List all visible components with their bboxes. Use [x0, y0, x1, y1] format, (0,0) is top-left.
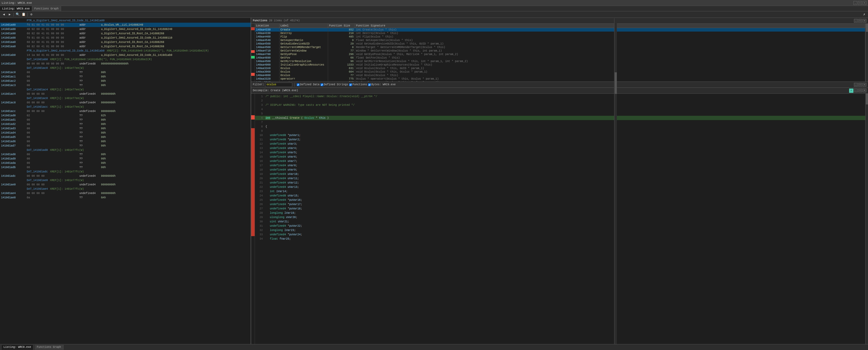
functions-minimize-btn[interactable]: _ — [854, 19, 858, 23]
code-line-10[interactable]: 10 undefined8 *puVar1; — [255, 133, 865, 137]
settings-icon[interactable]: ⚙ — [29, 12, 34, 17]
list-item[interactable]: 1419d1a98 f0 81 68 41 01 00 00 00 addr u… — [0, 36, 251, 40]
code-line-34[interactable]: 34 float fVar25; — [255, 237, 865, 241]
table-row[interactable]: 140aa4900 InitialiseGraphicsResources 13… — [255, 63, 865, 67]
code-line-13[interactable]: 13 undefined4 uVar4; — [255, 146, 865, 150]
list-item[interactable]: 1419d1ad9 00 ?? 00h — [0, 156, 251, 161]
filter-close-btn[interactable]: ✕ — [863, 83, 866, 86]
code-line-23[interactable]: 23 int iVar14; — [255, 189, 865, 194]
list-item[interactable]: 1419d1ab8 00 00 00 00 00 00 00 00 undefi… — [0, 62, 251, 66]
list-item[interactable]: 1419d1ad3 00 ?? 00h — [0, 126, 251, 131]
maximize-btn[interactable]: □ — [858, 1, 862, 5]
listing-tab[interactable]: Listing: WRC9.exe — [0, 6, 32, 11]
code-line-18[interactable]: 18 undefined4 uVar9; — [255, 168, 865, 172]
code-line-29[interactable]: 29 ulonglong uVar20; — [255, 215, 865, 219]
list-item[interactable]: 1419d1ae8 0a ?? 0Ah — [0, 196, 251, 200]
defined-data-checkbox[interactable]: Defined Data — [297, 83, 319, 86]
code-line-24[interactable]: 24 undefined8 uVar15; — [255, 194, 865, 198]
bytes-checkbox[interactable]: Bytes: WRC9.exe — [368, 83, 396, 86]
list-item[interactable]: DAT_1419d1ac8 XREF[1]: 1401e77ee(W) — [0, 96, 251, 100]
close-panel-icon[interactable]: ✗ — [862, 12, 867, 17]
code-line-19[interactable]: 19 undefined4 uVar10; — [255, 172, 865, 176]
list-item[interactable]: DAT_1419d1ae4 XREF[1]: 1401e77fc(W) — [0, 187, 251, 191]
functions-checkbox[interactable]: Functions — [349, 83, 367, 86]
code-line-31[interactable]: 31 undefined4 *puVar22; — [255, 224, 865, 228]
code-line-3[interactable]: 3 /* DISPLAY WARNING: Type casts are NOT… — [255, 103, 865, 107]
code-line-20[interactable]: 20 undefined4 uVar11; — [255, 176, 865, 180]
list-item[interactable]: 1419d1ae0 00 00 00 00 undefined4 0000000… — [0, 182, 251, 187]
filter-input[interactable] — [265, 82, 292, 87]
forward-icon[interactable]: ▶ — [7, 12, 12, 17]
filter-maximize-btn[interactable]: □ — [858, 83, 862, 86]
list-item[interactable]: 1419d1adc 00 00 00 00 undefined4 0000000… — [0, 174, 251, 178]
table-row[interactable]: 140aa3320 operator= 775 Oculus * operato… — [255, 77, 865, 81]
bottom-listing-tab[interactable]: Listing: WRC9.exe — [1, 345, 33, 350]
list-item[interactable]: 1419d1ad6 00 ?? 00h — [0, 139, 251, 144]
back-icon[interactable]: ◀ — [1, 12, 6, 17]
table-row[interactable]: 140aa4700 GetEyePose 296 void GetEyePose… — [255, 53, 865, 56]
table-row[interactable]: 140aa4500 GetCurrentHMDRenderTarget 8 Re… — [255, 46, 865, 49]
table-row[interactable]: 140aa32e0 Oculus 631 void Oculus(Oculus … — [255, 67, 865, 70]
decompile-minimize-btn[interactable]: _ — [854, 89, 858, 92]
code-line-33[interactable]: 33 undefined4 *puVar24; — [255, 232, 865, 237]
list-item[interactable]: 1419d1ad1 00 ?? 00h — [0, 118, 251, 122]
table-row[interactable]: 140aa4560 GetAudioDeviceGUID 29 void Get… — [255, 42, 865, 46]
decompile-check-icon[interactable]: ✓ — [849, 89, 854, 93]
table-row[interactable]: 140aa3060 Oculus 604 void Oculus(Oculus … — [255, 70, 865, 74]
list-item[interactable]: 1419d1ac8 00 00 00 00 undefined4 0000000… — [0, 100, 251, 105]
code-line-12[interactable]: 12 undefined4 uVar3; — [255, 142, 865, 146]
list-item[interactable]: 1419d1ae4 00 00 00 00 undefined4 0000000… — [0, 191, 251, 196]
list-item[interactable]: PTR_u_DigiCert_SHA2_Assured_ID_Code_Si_1… — [0, 48, 251, 53]
bottom-functions-graph-tab[interactable]: Functions Graph — [35, 345, 63, 350]
list-item[interactable]: DAT_1419d1ad8 XREF[1]: 1401e77fc(W) — [0, 148, 251, 152]
list-item[interactable]: 1419d1ac4 00 00 00 00 undefined4 0000000… — [0, 92, 251, 96]
filter-minimize-btn[interactable]: _ — [854, 83, 858, 86]
code-line-22[interactable]: 22 undefined4 uVar13; — [255, 185, 865, 189]
table-row[interactable]: 140aa4540 GetAspectRatio 9 float GetAspe… — [255, 39, 865, 42]
code-line-14[interactable]: 14 undefined4 uVar5; — [255, 150, 865, 154]
list-item[interactable]: 1419d1ada 00 ?? 00h — [0, 161, 251, 165]
list-item[interactable]: DAT_1419d1acc XREF[1]: 1401e77ee(W) — [0, 105, 251, 109]
copy-icon[interactable]: 📋 — [21, 12, 26, 17]
table-row[interactable]: 140aa4500 GetMirrorResolution 96 void Ge… — [255, 60, 865, 63]
col-location-header[interactable]: Location — [255, 24, 279, 28]
code-line-26[interactable]: 26 undefined4 *puVar17; — [255, 202, 865, 206]
code-line-17[interactable]: 17 undefined4 uVar8; — [255, 163, 865, 168]
list-item[interactable]: 1419d1ac3 00 ?? 00h — [0, 83, 251, 88]
code-line-21[interactable]: 21 undefined4 uVar12; — [255, 180, 865, 185]
list-item[interactable]: DAT_1419d1ae0 XREF[1]: 1401e77fc(W) — [0, 178, 251, 182]
code-line-11[interactable]: 11 undefined8 *puVar2; — [255, 137, 865, 142]
table-row[interactable]: 140aa4460 Flip 485 int Flip(Oculus * thi… — [255, 35, 865, 39]
minimize-btn[interactable]: _ — [854, 1, 857, 5]
col-size-header[interactable]: Function Size — [328, 24, 355, 28]
list-item[interactable]: 1419d1ad0 02 ?? 02h — [0, 113, 251, 118]
list-item[interactable]: 1419d1ad7 00 ?? 00h — [0, 144, 251, 148]
close-btn[interactable]: ✕ — [863, 1, 866, 5]
decompile-maximize-btn[interactable]: □ — [858, 89, 862, 92]
code-line-16[interactable]: 16 undefined4 uVar7; — [255, 159, 865, 163]
list-item[interactable]: 1419d1ad4 00 ?? 00h — [0, 131, 251, 135]
code-line-32[interactable]: 32 longlong lVar23; — [255, 228, 865, 232]
list-item[interactable]: 1419d1ab0 14 1a 9d 41 01 00 00 00 addr u… — [0, 53, 251, 57]
table-row[interactable]: 140aa4800 Oculus 77 void Oculus(Oculus *… — [255, 74, 865, 77]
code-line-8[interactable]: 8 { — [255, 125, 865, 129]
list-item[interactable]: 1419d1ad8 00 ?? 00h — [0, 152, 251, 156]
code-line-30[interactable]: 30 uint uVar21; — [255, 219, 865, 224]
table-row[interactable]: 140aa4330 Destroy 210 int Destroy(Oculus… — [255, 32, 865, 35]
decompile-close-btn[interactable]: ✕ — [863, 89, 866, 92]
code-line-15[interactable]: 15 undefined4 uVar6; — [255, 154, 865, 159]
table-row[interactable]: 140aa4890 GetFov 66 float GetFov(Oculus … — [255, 56, 865, 60]
list-item[interactable]: 1419d1ad2 00 ?? 00h — [0, 122, 251, 126]
code-line-27[interactable]: 27 undefined4 *puVar18; — [255, 206, 865, 211]
col-sig-header[interactable]: Function Signature — [355, 24, 865, 28]
list-item[interactable]: 1419d1ac2 00 ?? 00h — [0, 79, 251, 83]
table-row[interactable]: 140aa4330 Create 852 int Create(Oculus *… — [255, 28, 865, 32]
functions-maximize-btn[interactable]: □ — [858, 19, 862, 23]
list-item[interactable]: DAT_1419d1ab8 XREF[2]: FUN_1410169e0:141… — [0, 57, 251, 62]
code-line-6[interactable]: 6 int __thiscall Create ( Oculus * this … — [255, 116, 865, 120]
table-row[interactable]: 140aa4710 GetCurrentWindow 77 Window * G… — [255, 49, 865, 53]
table-row[interactable]: 140aa3810 operator= 785 Oculus * operato… — [255, 81, 865, 81]
search-icon[interactable]: 🔍 — [15, 12, 20, 17]
list-item[interactable]: DAT_1419d1adc XREF[1]: 1401e77fc(W) — [0, 170, 251, 174]
list-item[interactable]: 1419d1ad5 00 ?? 00h — [0, 135, 251, 139]
